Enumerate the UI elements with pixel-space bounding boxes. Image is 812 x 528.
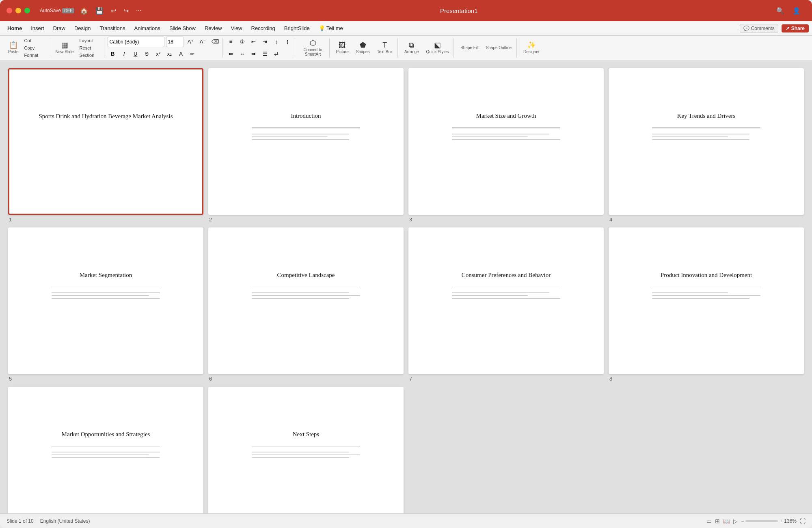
slide-line-7-3 bbox=[452, 298, 560, 299]
strikethrough-button[interactable]: S bbox=[142, 49, 152, 59]
slide-lines-10 bbox=[252, 446, 360, 459]
quick-styles-button[interactable]: ⬕ Quick Styles bbox=[423, 40, 452, 56]
highlight-button[interactable]: ✏ bbox=[187, 49, 198, 59]
text-direction-button[interactable]: ⇄ bbox=[271, 49, 282, 59]
convert-smartart-button[interactable]: ⬡ Convert to SmartArt bbox=[298, 38, 328, 58]
superscript-button[interactable]: x² bbox=[153, 49, 164, 59]
menu-recording[interactable]: Recording bbox=[247, 24, 279, 33]
layout-button[interactable]: Layout bbox=[78, 37, 102, 44]
menu-brightslide[interactable]: BrightSlide bbox=[280, 24, 314, 33]
close-button[interactable] bbox=[6, 8, 12, 13]
clear-format-button[interactable]: ⌫ bbox=[210, 37, 220, 47]
menu-tellme[interactable]: 💡 Tell me bbox=[315, 24, 347, 33]
paste-button[interactable]: 📋 Paste bbox=[5, 40, 22, 56]
slide-7[interactable]: Consumer Preferences and Behavior bbox=[408, 227, 604, 374]
subscript-button[interactable]: x₂ bbox=[164, 49, 175, 59]
arrange-button[interactable]: ⧉ Arrange bbox=[401, 40, 422, 56]
increase-indent-button[interactable]: ⇥ bbox=[260, 37, 270, 47]
search-icon[interactable]: 🔍 bbox=[776, 7, 784, 15]
increase-font-button[interactable]: A⁺ bbox=[186, 37, 196, 47]
designer-button[interactable]: ✨ Designer bbox=[520, 40, 543, 56]
more-options-icon[interactable]: ··· bbox=[136, 7, 141, 14]
zoom-slider[interactable] bbox=[745, 520, 778, 522]
menu-home[interactable]: Home bbox=[3, 24, 26, 33]
normal-view-icon[interactable]: ▭ bbox=[706, 518, 712, 524]
account-icon[interactable]: 👤 bbox=[793, 7, 801, 15]
slide-line-4-0 bbox=[652, 128, 760, 128]
maximize-button[interactable] bbox=[24, 8, 30, 13]
new-slide-button[interactable]: ▦ New Slide bbox=[52, 40, 77, 56]
slide-wrapper-5: Market Segmentation5 bbox=[8, 227, 203, 382]
underline-button[interactable]: U bbox=[130, 49, 141, 59]
share-button[interactable]: ↗ Share bbox=[782, 24, 809, 32]
copy-button[interactable]: Copy bbox=[23, 45, 47, 51]
shape-outline-button[interactable]: Shape Outline bbox=[483, 44, 515, 52]
menu-animations[interactable]: Animations bbox=[130, 24, 164, 33]
numbering-button[interactable]: ① bbox=[237, 37, 248, 47]
slide-6[interactable]: Competitive Landscape bbox=[208, 227, 404, 374]
italic-button[interactable]: I bbox=[119, 49, 130, 59]
reset-button[interactable]: Reset bbox=[78, 45, 102, 51]
comments-button[interactable]: 💬 Comments bbox=[740, 24, 778, 33]
menu-design[interactable]: Design bbox=[70, 24, 95, 33]
redo-icon[interactable]: ↪ bbox=[123, 7, 129, 15]
font-size-selector[interactable] bbox=[166, 37, 184, 47]
autosave-toggle[interactable]: AutoSave OFF bbox=[40, 8, 74, 13]
slide-lines-2 bbox=[252, 128, 360, 140]
menu-review[interactable]: Review bbox=[201, 24, 226, 33]
picture-button[interactable]: 🖼 Picture bbox=[333, 40, 352, 56]
undo-icon[interactable]: ↩ bbox=[111, 7, 116, 15]
grid-view-icon[interactable]: ⊞ bbox=[715, 518, 720, 524]
format-button[interactable]: Format bbox=[23, 52, 47, 58]
menu-transitions[interactable]: Transitions bbox=[95, 24, 129, 33]
slides-panel[interactable]: Sports Drink and Hydration Beverage Mark… bbox=[0, 60, 812, 513]
slide-line-6-2 bbox=[252, 295, 360, 296]
section-button[interactable]: Section bbox=[78, 52, 102, 58]
line-spacing-button[interactable]: ↕ bbox=[271, 37, 282, 47]
decrease-indent-button[interactable]: ⇤ bbox=[248, 37, 259, 47]
slide-line-8-0 bbox=[652, 287, 760, 288]
menu-insert[interactable]: Insert bbox=[27, 24, 48, 33]
slide-wrapper-3: Market Size and Growth3 bbox=[408, 68, 604, 223]
font-family-selector[interactable] bbox=[108, 37, 164, 47]
slide-8[interactable]: Product Innovation and Development bbox=[609, 227, 804, 374]
slide-2[interactable]: Introduction bbox=[208, 68, 404, 215]
decrease-font-button[interactable]: A⁻ bbox=[198, 37, 208, 47]
columns-button[interactable]: ⫿ bbox=[283, 37, 293, 47]
shape-fill-button[interactable]: Shape Fill bbox=[457, 44, 482, 52]
align-center-button[interactable]: ↔ bbox=[237, 49, 248, 59]
zoom-in-icon[interactable]: + bbox=[780, 518, 782, 524]
zoom-control[interactable]: − + 136% bbox=[741, 518, 797, 524]
font-color-button[interactable]: A bbox=[176, 49, 186, 59]
align-right-button[interactable]: ➡ bbox=[248, 49, 259, 59]
home-icon[interactable]: 🏠 bbox=[80, 7, 88, 15]
slide-1[interactable]: Sports Drink and Hydration Beverage Mark… bbox=[8, 68, 203, 215]
slide-line-7-1 bbox=[452, 292, 549, 293]
slide-10[interactable]: Next Steps bbox=[208, 387, 404, 514]
shapes-button[interactable]: ⬟ Shapes bbox=[353, 40, 373, 56]
fit-slide-icon[interactable]: ⛶ bbox=[800, 518, 806, 524]
minimize-button[interactable] bbox=[15, 8, 21, 13]
designer-group: ✨ Designer bbox=[518, 38, 544, 58]
autosave-status: OFF bbox=[62, 8, 74, 13]
text-box-button[interactable]: T Text Box bbox=[374, 40, 396, 56]
presenter-view-icon[interactable]: ▷ bbox=[733, 518, 738, 524]
align-left-button[interactable]: ⬅ bbox=[226, 49, 236, 59]
zoom-out-icon[interactable]: − bbox=[741, 518, 744, 524]
slide-4[interactable]: Key Trends and Drivers bbox=[609, 68, 804, 215]
bold-button[interactable]: B bbox=[108, 49, 118, 59]
save-icon[interactable]: 💾 bbox=[95, 7, 104, 15]
cut-button[interactable]: Cut bbox=[23, 37, 47, 44]
menu-view[interactable]: View bbox=[227, 24, 246, 33]
slide-9[interactable]: Market Opportunities and Strategies bbox=[8, 387, 203, 514]
slide-number-3: 3 bbox=[408, 216, 604, 223]
reading-view-icon[interactable]: 📖 bbox=[723, 518, 730, 524]
slide-3[interactable]: Market Size and Growth bbox=[408, 68, 604, 215]
justify-button[interactable]: ☰ bbox=[260, 49, 270, 59]
slide-5[interactable]: Market Segmentation bbox=[8, 227, 203, 374]
bullets-button[interactable]: ≡ bbox=[226, 37, 236, 47]
quick-styles-icon: ⬕ bbox=[434, 41, 441, 49]
menu-slideshow[interactable]: Slide Show bbox=[165, 24, 200, 33]
menu-draw[interactable]: Draw bbox=[49, 24, 69, 33]
slide-line-9-2 bbox=[52, 454, 149, 455]
